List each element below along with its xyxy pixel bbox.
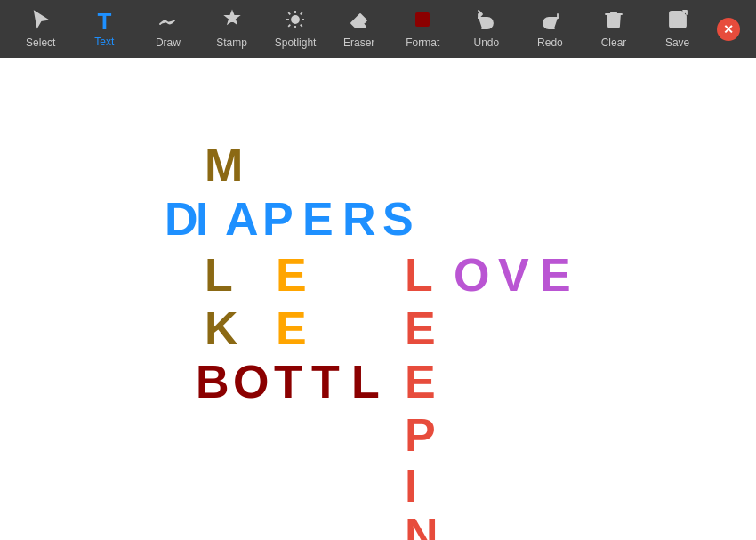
- canvas-letter: N: [405, 512, 438, 540]
- canvas-letter: E: [405, 305, 436, 351]
- eraser-label: Eraser: [343, 36, 374, 49]
- canvas-letter: V: [498, 252, 529, 298]
- text-icon: T: [97, 10, 111, 33]
- save-icon: [667, 9, 688, 34]
- redo-icon: [539, 9, 560, 34]
- canvas-letter: E: [405, 359, 436, 405]
- format-icon: [412, 9, 433, 34]
- redo-label: Redo: [537, 36, 563, 49]
- select-icon: [30, 9, 52, 34]
- stamp-icon: [221, 9, 243, 34]
- spotlight-button[interactable]: Spotlight: [271, 4, 320, 53]
- canvas-letter: O: [454, 252, 489, 298]
- trash-icon: [603, 9, 624, 34]
- svg-line-8: [301, 12, 302, 14]
- canvas-letter: E: [276, 305, 307, 351]
- canvas-letter: M: [205, 142, 243, 189]
- canvas-letter: B: [196, 359, 229, 405]
- canvas-letter: P: [262, 196, 294, 242]
- select-button[interactable]: Select: [16, 4, 65, 53]
- canvas-letter: I: [196, 196, 208, 242]
- canvas-letter: E: [540, 252, 571, 298]
- undo-label: Undo: [473, 36, 499, 49]
- canvas-letter: R: [342, 196, 376, 242]
- svg-line-4: [301, 25, 302, 27]
- canvas-letter: L: [205, 252, 233, 298]
- eraser-icon: [349, 9, 370, 34]
- draw-button[interactable]: Draw: [143, 4, 192, 53]
- undo-icon: [476, 9, 497, 34]
- stamp-button[interactable]: Stamp: [207, 4, 256, 53]
- clear-button[interactable]: Clear: [589, 4, 638, 53]
- canvas-letter: K: [205, 305, 238, 351]
- eraser-button[interactable]: Eraser: [334, 4, 383, 53]
- canvas-area[interactable]: MDIAPERSLELOVEKEEBOTTLEPING: [0, 58, 756, 540]
- draw-icon: [157, 9, 179, 34]
- canvas-letter: O: [233, 359, 269, 405]
- svg-line-3: [288, 12, 290, 14]
- canvas-letter: S: [382, 196, 414, 242]
- text-button[interactable]: T Text: [80, 5, 129, 52]
- canvas-letter: T: [274, 359, 302, 405]
- svg-rect-9: [415, 12, 430, 27]
- format-button[interactable]: Format: [398, 4, 447, 53]
- redo-button[interactable]: Redo: [526, 4, 575, 53]
- save-label: Save: [665, 36, 689, 49]
- canvas-letter: L: [405, 252, 433, 298]
- text-label: Text: [94, 36, 114, 48]
- canvas-letter: A: [225, 196, 259, 242]
- canvas-letter: E: [276, 252, 307, 298]
- select-label: Select: [26, 36, 55, 49]
- svg-line-7: [288, 25, 290, 27]
- canvas-letter: L: [351, 359, 380, 405]
- canvas-letter: I: [405, 463, 417, 509]
- svg-point-0: [292, 16, 299, 23]
- undo-button[interactable]: Undo: [462, 4, 511, 53]
- canvas-letter: T: [311, 359, 340, 405]
- save-button[interactable]: Save: [653, 4, 702, 53]
- spotlight-label: Spotlight: [275, 36, 317, 49]
- draw-label: Draw: [156, 36, 181, 49]
- format-label: Format: [406, 36, 439, 49]
- canvas-letter: D: [165, 196, 198, 242]
- canvas-letter: E: [302, 196, 334, 242]
- canvas-letter: P: [405, 412, 436, 458]
- stamp-label: Stamp: [216, 36, 247, 49]
- close-button[interactable]: ✕: [717, 18, 740, 41]
- spotlight-icon: [285, 9, 306, 34]
- toolbar: Select T Text Draw Stamp: [0, 0, 756, 58]
- clear-label: Clear: [601, 36, 627, 49]
